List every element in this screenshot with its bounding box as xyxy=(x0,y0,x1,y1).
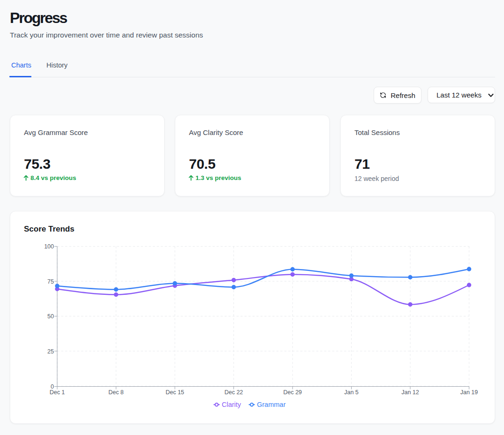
svg-text:Dec 1: Dec 1 xyxy=(50,389,65,396)
svg-text:Jan 5: Jan 5 xyxy=(344,389,359,396)
svg-text:Jan 19: Jan 19 xyxy=(460,389,478,396)
svg-text:25: 25 xyxy=(47,348,54,355)
svg-text:Grammar: Grammar xyxy=(257,401,286,408)
svg-text:Dec 15: Dec 15 xyxy=(165,389,184,396)
svg-text:Dec 8: Dec 8 xyxy=(108,389,124,396)
svg-text:75: 75 xyxy=(47,278,54,285)
svg-text:50: 50 xyxy=(47,313,54,320)
svg-text:Dec 22: Dec 22 xyxy=(225,389,243,396)
svg-text:Jan 12: Jan 12 xyxy=(401,389,419,396)
svg-text:Dec 29: Dec 29 xyxy=(283,389,302,396)
svg-text:Clarity: Clarity xyxy=(222,401,241,408)
svg-text:100: 100 xyxy=(44,243,54,250)
